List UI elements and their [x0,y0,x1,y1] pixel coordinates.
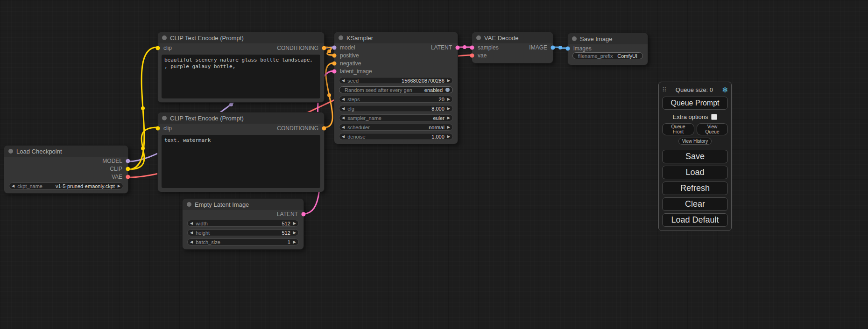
collapse-dot-icon[interactable] [339,35,343,40]
clip-input-dot[interactable] [156,46,160,50]
node-save-image[interactable]: Save Image images filename_prefix ComfyU… [567,33,648,65]
node-load-checkpoint[interactable]: Load Checkpoint MODEL CLIP VAE ◀ ckpt_na… [4,145,128,194]
node-title-bar[interactable]: CLIP Text Encode (Prompt) [158,32,324,43]
steps-widget[interactable]: ◀ steps 20 ▶ [339,96,453,103]
queue-front-button[interactable]: Queue Front [662,123,694,135]
load-default-button[interactable]: Load Default [662,213,728,227]
view-queue-button[interactable]: View Queue [697,123,728,135]
drag-handle-icon[interactable]: ⠿ [662,86,667,93]
decrement-arrow-icon[interactable]: ◀ [342,116,345,120]
output-slot-latent[interactable]: LATENT [183,210,303,218]
node-empty-latent-image[interactable]: Empty Latent Image LATENT ◀ width 512 ▶ … [182,198,304,250]
collapse-dot-icon[interactable] [162,35,167,40]
denoise-widget[interactable]: ◀ denoise 1.000 ▶ [339,133,453,140]
toggle-on-dot[interactable] [445,88,450,92]
decrement-arrow-icon[interactable]: ◀ [342,79,345,83]
queue-prompt-button[interactable]: Queue Prompt [662,97,728,110]
clear-button[interactable]: Clear [662,197,728,211]
refresh-button[interactable]: Refresh [662,182,728,195]
input-slot-vae[interactable]: vae [472,51,553,59]
vae-input-dot[interactable] [470,53,474,57]
ckpt-name-widget[interactable]: ◀ ckpt_name v1-5-pruned-emaonly.ckpt ▶ [9,182,123,189]
settings-gear-icon[interactable]: ✻ [722,86,728,93]
decrement-arrow-icon[interactable]: ◀ [190,222,193,225]
decrement-arrow-icon[interactable]: ◀ [190,231,193,235]
input-slot-images[interactable]: images [568,44,648,52]
clip-input-dot[interactable] [156,126,160,131]
increment-arrow-icon[interactable]: ▶ [447,79,450,83]
slot-label: VAE [112,174,122,180]
increment-arrow-icon[interactable]: ▶ [447,107,450,111]
batch-size-widget[interactable]: ◀ batch_size 1 ▶ [187,238,299,245]
node-title-bar[interactable]: VAE Decode [472,32,553,43]
negative-input-dot[interactable] [332,61,337,65]
latent-image-input-dot[interactable] [332,69,337,73]
decrement-arrow-icon[interactable]: ◀ [342,98,345,101]
widget-value: enabled [424,87,443,93]
output-slot-vae[interactable]: VAE [4,173,128,181]
filename-prefix-widget[interactable]: filename_prefix ComfyUI [572,52,643,59]
queue-menu-panel: ⠿ Queue size: 0 ✻ Queue Prompt Extra opt… [658,82,732,231]
view-history-button[interactable]: View History [678,138,712,145]
latent-output-dot[interactable] [456,45,460,49]
increment-arrow-icon[interactable]: ▶ [293,231,296,235]
scheduler-widget[interactable]: ◀ scheduler normal ▶ [339,124,453,131]
increment-arrow-icon[interactable]: ▶ [447,116,450,120]
model-output-dot[interactable] [126,159,130,163]
node-title-bar[interactable]: Empty Latent Image [183,199,303,210]
input-slot-latent-image[interactable]: latent_image [334,67,458,75]
node-vae-decode[interactable]: VAE Decode samples IMAGE vae [472,32,553,63]
sampler-name-widget[interactable]: ◀ sampler_name euler ▶ [339,114,453,121]
image-output-dot[interactable] [551,45,555,49]
clip-output-dot[interactable] [126,167,130,171]
latent-output-dot[interactable] [302,212,306,216]
input-slot-positive[interactable]: positive [334,51,458,59]
samples-input-dot[interactable] [470,45,474,49]
node-clip-text-encode-negative[interactable]: CLIP Text Encode (Prompt) clip CONDITION… [157,112,325,192]
input-slot-negative[interactable]: negative [334,59,458,67]
conditioning-output-dot[interactable] [322,46,326,50]
decrement-arrow-icon[interactable]: ◀ [12,184,14,188]
extra-options-checkbox[interactable] [711,114,717,120]
positive-input-dot[interactable] [332,53,337,57]
save-button[interactable]: Save [662,150,728,163]
decrement-arrow-icon[interactable]: ◀ [190,240,193,244]
increment-arrow-icon[interactable]: ▶ [118,184,120,188]
cfg-widget[interactable]: ◀ cfg 8.000 ▶ [339,105,453,112]
images-input-dot[interactable] [566,46,570,50]
node-title-bar[interactable]: Load Checkpoint [4,146,128,157]
increment-arrow-icon[interactable]: ▶ [293,240,296,244]
queue-size-label: Queue size: 0 [667,86,722,93]
decrement-arrow-icon[interactable]: ◀ [342,126,345,129]
vae-output-dot[interactable] [126,175,130,179]
output-slot-clip[interactable]: CLIP [4,165,128,173]
decrement-arrow-icon[interactable]: ◀ [342,135,345,139]
height-widget[interactable]: ◀ height 512 ▶ [187,229,299,236]
seed-widget[interactable]: ◀ seed 156680208700286 ▶ [339,77,453,84]
collapse-dot-icon[interactable] [572,36,577,41]
output-slot-model[interactable]: MODEL [4,157,128,165]
positive-prompt-textarea[interactable]: beautiful scenery nature glass bottle la… [162,55,320,98]
negative-prompt-textarea[interactable]: text, watermark [162,135,320,188]
collapse-dot-icon[interactable] [8,149,13,154]
decrement-arrow-icon[interactable]: ◀ [342,107,345,111]
conditioning-output-dot[interactable] [322,126,326,131]
node-ksampler[interactable]: KSampler model LATENT positive negative … [334,32,458,144]
collapse-dot-icon[interactable] [476,35,481,40]
increment-arrow-icon[interactable]: ▶ [293,222,296,225]
collapse-dot-icon[interactable] [162,116,167,120]
model-input-dot[interactable] [332,45,337,49]
collapse-dot-icon[interactable] [187,202,191,207]
increment-arrow-icon[interactable]: ▶ [447,135,450,139]
random-seed-toggle-widget[interactable]: Random seed after every gen enabled [339,86,453,93]
increment-arrow-icon[interactable]: ▶ [447,126,450,129]
node-title-bar[interactable]: CLIP Text Encode (Prompt) [158,112,324,124]
increment-arrow-icon[interactable]: ▶ [447,98,450,101]
slot-row-clip-conditioning: clip CONDITIONING [158,124,324,133]
node-title-bar[interactable]: Save Image [568,33,648,44]
load-button[interactable]: Load [662,166,728,179]
node-title-bar[interactable]: KSampler [334,32,458,43]
node-title-label: Load Checkpoint [16,148,62,155]
width-widget[interactable]: ◀ width 512 ▶ [187,220,299,227]
node-clip-text-encode-positive[interactable]: CLIP Text Encode (Prompt) clip CONDITION… [157,32,325,103]
